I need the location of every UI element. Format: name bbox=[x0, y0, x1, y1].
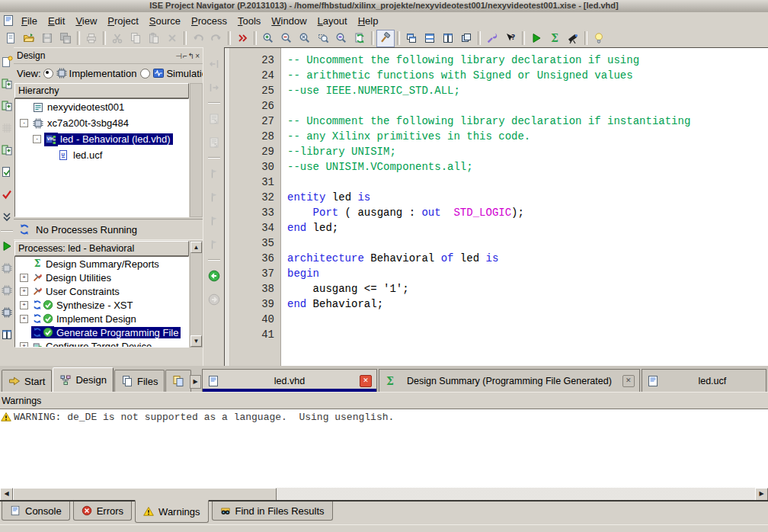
tab-design[interactable]: Design bbox=[53, 367, 113, 392]
settings-button[interactable] bbox=[483, 30, 501, 47]
code-line[interactable]: -- arithmetic functions with Signed or U… bbox=[287, 68, 768, 83]
tab-files-label[interactable]: Files bbox=[137, 376, 158, 387]
next-location-button[interactable] bbox=[205, 79, 223, 96]
process-item-label[interactable]: Implement Design bbox=[54, 313, 139, 325]
tab-libraries[interactable] bbox=[165, 370, 191, 392]
run-process-button[interactable] bbox=[527, 30, 546, 47]
context-help-button[interactable]: ? bbox=[501, 30, 520, 47]
tab-errors[interactable]: Errors bbox=[73, 502, 132, 521]
analyze-timing-button[interactable] bbox=[564, 30, 582, 47]
tab-start[interactable]: Start bbox=[2, 370, 52, 392]
code-line[interactable] bbox=[287, 236, 768, 251]
refresh-button[interactable] bbox=[350, 30, 369, 47]
redo-button[interactable] bbox=[207, 30, 226, 47]
scroll-down-button[interactable]: ▼ bbox=[190, 335, 202, 347]
process-item[interactable]: ΣDesign Summary/Reports bbox=[15, 257, 188, 271]
tab-close-icon[interactable]: ✕ bbox=[622, 375, 635, 387]
code-line[interactable] bbox=[287, 98, 768, 114]
code-line[interactable]: --use UNISIM.VComponents.all; bbox=[287, 159, 768, 175]
tree-expand-toggle[interactable]: + bbox=[20, 315, 28, 323]
tab-console[interactable]: Console bbox=[2, 502, 70, 521]
more-tools-button[interactable] bbox=[233, 30, 251, 47]
menu-project[interactable]: Project bbox=[102, 14, 143, 28]
toggle-toolbox-button[interactable] bbox=[376, 30, 395, 47]
tree-expand-toggle[interactable]: + bbox=[20, 301, 28, 309]
hierarchy-item-label[interactable]: xc7a200t-3sbg484 bbox=[45, 117, 131, 129]
zoom-box-button[interactable] bbox=[314, 30, 332, 47]
tree-collapse-toggle[interactable]: - bbox=[33, 135, 41, 143]
view-radio-implementation[interactable] bbox=[43, 69, 53, 79]
view-option-label[interactable]: Implementation bbox=[69, 68, 137, 79]
print-button[interactable] bbox=[82, 30, 101, 47]
delete-button[interactable] bbox=[163, 30, 181, 47]
new-file-button[interactable] bbox=[2, 30, 20, 47]
code-editor[interactable]: 23242526272829303132333435363738394041 -… bbox=[224, 47, 768, 367]
tab-design-label[interactable]: Design bbox=[75, 374, 106, 386]
editor-tab-label[interactable]: Design Summary (Programming File Generat… bbox=[401, 376, 618, 386]
hierarchy-item-label[interactable]: nexyvideotest001 bbox=[45, 101, 126, 113]
processes-tree[interactable]: ΣDesign Summary/Reports+Design Utilities… bbox=[14, 256, 189, 348]
panel-close-button[interactable]: × bbox=[195, 52, 200, 60]
tab-scroll-right-button[interactable]: ▶ bbox=[190, 375, 201, 389]
process-item[interactable]: +Synthesize - XST bbox=[15, 298, 188, 312]
arrange-windows-button[interactable] bbox=[457, 30, 475, 47]
hierarchy-item[interactable]: Uled.ucf bbox=[15, 147, 188, 163]
zoom-in-button[interactable] bbox=[259, 30, 277, 47]
goto-next-page-button[interactable]: 5 bbox=[205, 133, 223, 151]
process-item[interactable]: +User Constraints bbox=[15, 284, 188, 298]
design-summary-button[interactable]: Σ bbox=[546, 30, 564, 47]
save-all-button[interactable] bbox=[56, 30, 75, 47]
cascade-windows-button[interactable] bbox=[402, 30, 421, 47]
code-line[interactable]: ausgang <= '1'; bbox=[287, 281, 768, 296]
tile-vertically-button[interactable] bbox=[439, 30, 457, 47]
open-project-button[interactable] bbox=[20, 30, 38, 47]
editor-tab-led.ucf[interactable]: led.ucf bbox=[642, 369, 766, 392]
process-item-label[interactable]: Synthesize - XST bbox=[54, 300, 135, 311]
editor-tab-led.vhd[interactable]: led.vhd✕ bbox=[202, 369, 377, 392]
view-radio-simulation[interactable] bbox=[140, 69, 150, 79]
tab-errors-label[interactable]: Errors bbox=[97, 505, 123, 517]
code-line[interactable] bbox=[287, 175, 768, 190]
process-item[interactable]: Generate Programming File bbox=[15, 325, 188, 339]
tree-expand-toggle[interactable]: + bbox=[20, 342, 28, 348]
tab-start-label[interactable]: Start bbox=[24, 376, 45, 387]
process-item-label[interactable]: Configure Target Device bbox=[43, 341, 154, 348]
toggle-bookmark-button[interactable] bbox=[205, 165, 223, 182]
tab-warnings[interactable]: Warnings bbox=[135, 500, 208, 523]
code-line[interactable]: -- Uncomment the following library decla… bbox=[287, 53, 768, 68]
process-item-label[interactable]: Design Summary/Reports bbox=[43, 258, 162, 270]
editor-tab-label[interactable]: led.ucf bbox=[664, 376, 761, 386]
editor-tab-label[interactable]: led.vhd bbox=[224, 376, 355, 386]
goto-previous-page-button[interactable]: 5 bbox=[205, 110, 223, 127]
hierarchy-item-label[interactable]: led.ucf bbox=[71, 149, 104, 161]
hierarchy-scrollbar[interactable] bbox=[190, 83, 203, 217]
code-line[interactable]: entity led is bbox=[287, 190, 768, 205]
menu-help[interactable]: Help bbox=[353, 14, 384, 28]
navigate-back-button[interactable] bbox=[205, 267, 223, 284]
tree-expand-toggle[interactable]: + bbox=[20, 287, 28, 296]
panel-dock-button[interactable]: ⊣ bbox=[175, 52, 182, 60]
horizontal-scrollbar[interactable]: ◀ ▶ bbox=[0, 488, 768, 500]
panel-undock-button[interactable]: ↰ bbox=[188, 52, 194, 60]
process-item-label[interactable]: User Constraints bbox=[43, 286, 122, 297]
tab-find-in-files-results[interactable]: Find in Files Results bbox=[212, 502, 333, 521]
code-line[interactable]: end Behavioral; bbox=[287, 296, 768, 312]
menu-edit[interactable]: Edit bbox=[43, 14, 70, 28]
hierarchy-item[interactable]: -VHled - Behavioral (led.vhd) bbox=[15, 131, 188, 147]
menu-window[interactable]: Window bbox=[266, 14, 312, 28]
tab-warnings-label[interactable]: Warnings bbox=[158, 506, 200, 518]
hierarchy-tree[interactable]: nexyvideotest001-xc7a200t-3sbg484-VHled … bbox=[14, 98, 189, 217]
paste-button[interactable] bbox=[145, 30, 163, 47]
hierarchy-item[interactable]: -xc7a200t-3sbg484 bbox=[15, 115, 188, 131]
processes-scrollbar[interactable]: ▲ ▼ bbox=[190, 241, 203, 348]
code-line[interactable]: Port ( ausgang : out STD_LOGIC); bbox=[287, 205, 768, 220]
code-line[interactable]: -- Uncomment the following library decla… bbox=[287, 114, 768, 129]
save-button[interactable] bbox=[38, 30, 56, 47]
zoom-full-view-button[interactable] bbox=[296, 30, 314, 47]
next-bookmark-button[interactable] bbox=[205, 188, 223, 206]
code-line[interactable]: begin bbox=[287, 266, 768, 281]
previous-bookmark-button[interactable] bbox=[205, 212, 223, 229]
tab-files[interactable]: Files bbox=[114, 370, 165, 392]
tab-close-icon[interactable]: ✕ bbox=[360, 375, 372, 387]
process-item[interactable]: +Implement Design bbox=[15, 312, 188, 325]
